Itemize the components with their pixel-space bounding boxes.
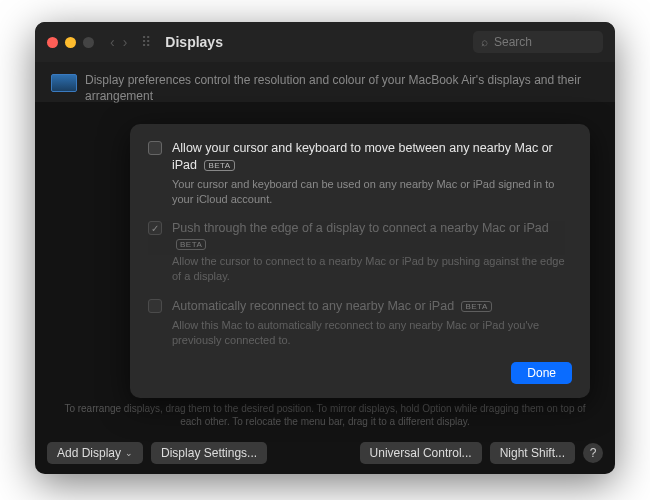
description-text: Display preferences control the resoluti… xyxy=(85,72,599,104)
option-title: Push through the edge of a display to co… xyxy=(172,221,549,235)
beta-badge: BETA xyxy=(204,160,234,171)
grid-icon[interactable]: ⠿ xyxy=(141,34,149,50)
search-placeholder: Search xyxy=(494,35,532,49)
back-icon[interactable]: ‹ xyxy=(110,34,115,50)
zoom-icon[interactable] xyxy=(83,37,94,48)
universal-control-button[interactable]: Universal Control... xyxy=(360,442,482,464)
option-allow-cursor: Allow your cursor and keyboard to move b… xyxy=(148,140,572,206)
option-subtitle: Allow this Mac to automatically reconnec… xyxy=(172,318,572,348)
arrangement-hint: To rearrange displays, drag them to the … xyxy=(35,402,615,428)
sheet-footer: Done xyxy=(148,362,572,384)
window-title: Displays xyxy=(165,34,463,50)
checkbox-push-through[interactable] xyxy=(148,221,162,235)
description-row: Display preferences control the resoluti… xyxy=(51,72,599,104)
search-input[interactable]: ⌕ Search xyxy=(473,31,603,53)
checkbox-auto-reconnect[interactable] xyxy=(148,299,162,313)
night-shift-button[interactable]: Night Shift... xyxy=(490,442,575,464)
display-settings-button[interactable]: Display Settings... xyxy=(151,442,267,464)
done-button[interactable]: Done xyxy=(511,362,572,384)
display-icon xyxy=(51,74,77,92)
option-auto-reconnect: Automatically reconnect to any nearby Ma… xyxy=(148,298,572,348)
bottom-toolbar: Add Display ⌄ Display Settings... Univer… xyxy=(47,442,603,464)
done-label: Done xyxy=(527,366,556,380)
display-settings-label: Display Settings... xyxy=(161,446,257,460)
beta-badge: BETA xyxy=(176,239,206,250)
add-display-label: Add Display xyxy=(57,446,121,460)
close-icon[interactable] xyxy=(47,37,58,48)
help-button[interactable]: ? xyxy=(583,443,603,463)
universal-control-label: Universal Control... xyxy=(370,446,472,460)
chevron-down-icon: ⌄ xyxy=(125,448,133,458)
minimize-icon[interactable] xyxy=(65,37,76,48)
add-display-button[interactable]: Add Display ⌄ xyxy=(47,442,143,464)
nav-buttons: ‹ › xyxy=(110,34,127,50)
search-icon: ⌕ xyxy=(481,35,488,49)
preferences-window: ‹ › ⠿ Displays ⌕ Search Display preferen… xyxy=(35,22,615,474)
traffic-lights xyxy=(47,37,94,48)
option-subtitle: Your cursor and keyboard can be used on … xyxy=(172,177,572,207)
option-subtitle: Allow the cursor to connect to a nearby … xyxy=(172,254,572,284)
option-push-through: Push through the edge of a display to co… xyxy=(148,220,572,284)
universal-control-sheet: Allow your cursor and keyboard to move b… xyxy=(130,124,590,398)
beta-badge: BETA xyxy=(461,301,491,312)
titlebar: ‹ › ⠿ Displays ⌕ Search xyxy=(35,22,615,62)
night-shift-label: Night Shift... xyxy=(500,446,565,460)
option-title: Automatically reconnect to any nearby Ma… xyxy=(172,299,454,313)
checkbox-allow-cursor[interactable] xyxy=(148,141,162,155)
forward-icon[interactable]: › xyxy=(123,34,128,50)
